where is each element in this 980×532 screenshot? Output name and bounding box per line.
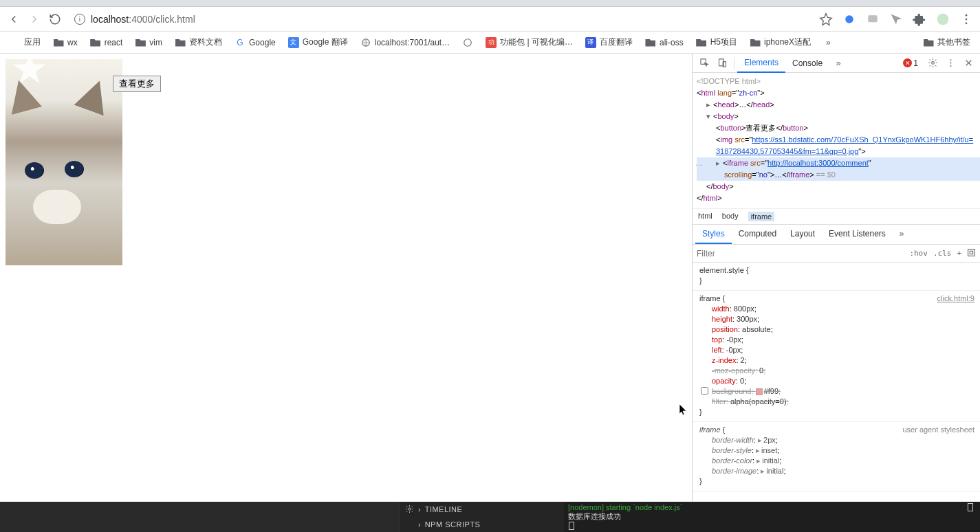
color-swatch[interactable] [756,388,763,395]
bookmark-item[interactable]: localhost:7001/aut… [356,35,454,50]
tab-styles[interactable]: Styles [695,225,732,244]
view-more-button[interactable]: 查看更多 [113,76,161,92]
box-model-icon[interactable] [967,248,976,259]
browser-toolbar: i localhost:4000/click.html [0,7,980,32]
bookmark-item[interactable]: 译百度翻译 [581,34,637,50]
bookmark-item[interactable] [458,35,477,50]
svg-point-0 [845,15,853,23]
pane-cursor [968,503,973,511]
bookmark-folder[interactable]: vim [131,35,166,50]
extension-icon-2[interactable] [866,12,880,26]
hov-toggle[interactable]: :hov [909,249,928,258]
extension-icon-3[interactable] [889,12,903,26]
styles-filter-row: :hov .cls + [693,245,980,263]
gear-icon [405,505,414,515]
selected-node[interactable]: ▸<iframe src="http://localhost:3000/comm… [697,157,980,181]
more-icon[interactable] [941,54,959,72]
bookmark-item[interactable]: GGoogle [230,35,280,50]
svg-point-7 [464,38,472,46]
svg-point-17 [409,507,411,509]
bookmark-folder[interactable]: ali-oss [641,35,688,50]
svg-point-11 [931,62,934,65]
svg-point-12 [950,59,951,60]
svg-point-5 [966,22,968,24]
terminal-cursor [569,522,574,530]
svg-rect-16 [970,251,972,254]
svg-point-4 [966,18,968,20]
chevron-right-icon: › [418,520,421,529]
tabs-overflow-icon[interactable]: » [893,225,911,244]
bookmarks-bar: 应用 wx react vim 资料文档 GGoogle 文Google 翻译 … [0,32,980,54]
bookmark-item[interactable]: 功功能包 | 可视化编… [481,34,577,50]
bookmark-folder[interactable]: H5项目 [692,34,741,50]
tab-elements[interactable]: Elements [737,54,785,73]
svg-point-13 [950,63,951,64]
address-bar[interactable]: i localhost:4000/click.html [69,10,812,29]
tab-event-listeners[interactable]: Event Listeners [822,225,893,244]
tab-console[interactable]: Console [785,54,829,72]
star-icon[interactable] [819,12,833,26]
property-toggle[interactable] [701,387,708,395]
cls-toggle[interactable]: .cls [933,249,952,258]
bookmark-folder[interactable]: 资料文档 [171,34,226,50]
bottom-panel: › TIMELINE › NPM SCRIPTS [nodemon] start… [0,502,980,532]
tabs-overflow-icon[interactable]: » [829,54,847,72]
devtools-toolbar: Elements Console » ✕1 [693,54,980,73]
site-info-icon[interactable]: i [74,14,85,25]
chevron-right-icon: › [418,505,421,513]
apps-shortcut[interactable]: 应用 [6,34,45,50]
reload-icon[interactable] [48,12,62,26]
bookmarks-overflow[interactable]: » [822,36,835,49]
devtools-panel: Elements Console » ✕1 <!DOCTYPE html> <h… [692,54,980,502]
close-icon[interactable] [959,54,977,72]
bookmark-folder[interactable]: wx [49,35,82,50]
source-link[interactable]: click.html:9 [937,293,974,304]
tab-computed[interactable]: Computed [732,225,783,244]
svg-point-2 [937,13,949,25]
dom-breadcrumb[interactable]: html body iframe [693,208,980,225]
styles-pane[interactable]: element.style { } click.html:9 iframe { … [693,263,980,502]
svg-rect-15 [968,249,975,256]
new-rule-icon[interactable]: + [957,249,961,258]
page-content: 查看更多 [0,54,692,502]
bookmark-item[interactable]: 文Google 翻译 [284,34,352,50]
menu-icon[interactable] [959,12,973,26]
url-text: localhost:4000/click.html [91,14,195,25]
terminal[interactable]: [nodemon] starting `node index.js` 数据库连接… [564,502,959,532]
svg-rect-1 [868,15,877,22]
svg-point-3 [966,14,968,16]
settings-icon[interactable] [924,54,941,72]
styles-filter-input[interactable] [697,249,904,258]
timeline-row[interactable]: › TIMELINE [400,502,564,517]
extension-icon[interactable] [842,12,856,26]
profile-avatar[interactable] [936,12,950,26]
forward-icon[interactable] [28,12,41,26]
browser-tab-strip [0,0,980,7]
cat-image [6,59,122,265]
error-count[interactable]: ✕1 [903,58,918,68]
other-bookmarks[interactable]: 其他书签 [919,34,974,50]
bookmark-folder[interactable]: react [86,35,127,50]
inspect-icon[interactable] [695,54,713,72]
styles-tabs: Styles Computed Layout Event Listeners » [693,225,980,245]
bookmark-folder[interactable]: iphoneX适配 [745,34,815,50]
extensions-icon[interactable] [913,12,926,26]
tab-layout[interactable]: Layout [783,225,822,244]
elements-tree[interactable]: <!DOCTYPE html> <html lang="zh-cn"> ▸<he… [693,73,980,208]
back-icon[interactable] [7,12,21,26]
npm-row[interactable]: › NPM SCRIPTS [400,517,564,532]
svg-point-14 [950,65,951,67]
device-toggle-icon[interactable] [713,54,731,72]
